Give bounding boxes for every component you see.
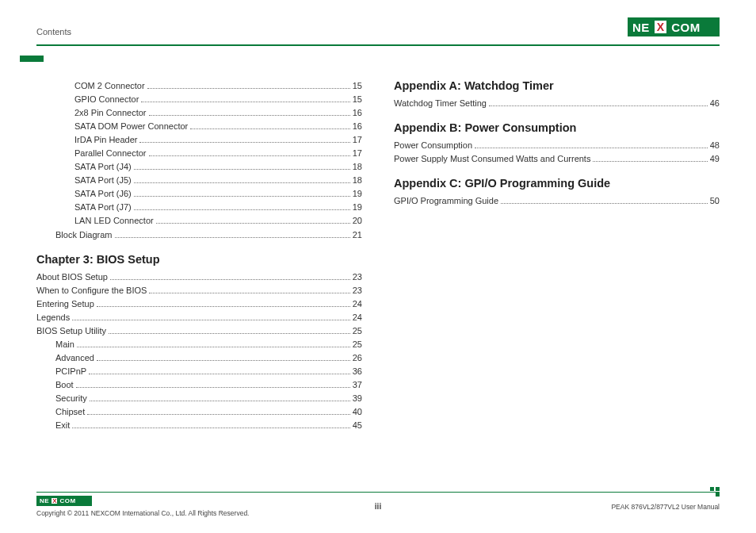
toc-entry-label: GPI/O Programming Guide bbox=[394, 194, 498, 208]
toc-entry-label: About BIOS Setup bbox=[36, 270, 108, 284]
toc-entry-page: 23 bbox=[353, 270, 362, 284]
toc-entry-label: Main bbox=[55, 338, 74, 351]
toc-entry-label: Parallel Connector bbox=[74, 147, 147, 160]
toc-entry-page: 25 bbox=[353, 338, 362, 351]
toc-entry[interactable]: Power Consumption48 bbox=[394, 139, 720, 152]
toc-entry-label: Exit bbox=[55, 419, 70, 432]
toc-entry-page: 23 bbox=[353, 284, 362, 297]
toc-entry-page: 25 bbox=[353, 324, 362, 338]
appendix-title: Appendix B: Power Consumption bbox=[394, 121, 720, 134]
footer-page-number: iii bbox=[375, 502, 381, 511]
toc-leader-dots bbox=[97, 306, 350, 307]
toc-entry-page: 45 bbox=[353, 419, 362, 432]
toc-leader-dots bbox=[141, 102, 349, 102]
toc-leader-dots bbox=[87, 414, 349, 415]
toc-entry-label: LAN LED Connector bbox=[74, 214, 154, 228]
toc-leader-dots bbox=[89, 374, 350, 374]
toc-entry[interactable]: Boot37 bbox=[36, 378, 362, 392]
toc-entry-page: 26 bbox=[353, 351, 362, 365]
toc-entry[interactable]: IrDA Pin Header17 bbox=[36, 133, 362, 147]
toc-leader-dots bbox=[109, 333, 350, 334]
toc-leader-dots bbox=[149, 115, 350, 116]
header-section-label: Contents bbox=[36, 27, 71, 36]
toc-entry-page: 49 bbox=[710, 152, 720, 166]
toc-entry[interactable]: Advanced26 bbox=[36, 351, 362, 365]
toc-leader-dots bbox=[489, 105, 708, 106]
toc-entry[interactable]: 2x8 Pin Connector16 bbox=[36, 106, 362, 120]
toc-entry-label: BIOS Setup Utility bbox=[36, 324, 106, 338]
toc-leader-dots bbox=[90, 401, 350, 401]
toc-entry-label: When to Configure the BIOS bbox=[36, 284, 147, 297]
toc-entry[interactable]: Watchdog Timer Setting46 bbox=[394, 97, 720, 110]
toc-entry-page: 50 bbox=[710, 194, 720, 208]
toc-entry[interactable]: Chipset40 bbox=[36, 405, 362, 419]
toc-entry[interactable]: SATA DOM Power Connector16 bbox=[36, 120, 362, 133]
toc-leader-dots bbox=[134, 169, 350, 170]
toc-entry[interactable]: Security39 bbox=[36, 392, 362, 405]
nexcom-logo-icon: NE X COM bbox=[628, 17, 720, 36]
toc-leader-dots bbox=[593, 161, 707, 162]
toc-entry-page: 18 bbox=[353, 174, 362, 187]
toc-entry-label: SATA Port (J5) bbox=[74, 174, 132, 187]
toc-entry-page: 16 bbox=[353, 106, 362, 120]
footer-rule bbox=[36, 492, 720, 493]
toc-entry-page: 46 bbox=[710, 97, 720, 110]
logo-part-x: X bbox=[655, 21, 666, 33]
toc-entry[interactable]: About BIOS Setup23 bbox=[36, 270, 362, 284]
toc-leader-dots bbox=[139, 142, 349, 143]
toc-entry[interactable]: Main25 bbox=[36, 338, 362, 351]
toc-entry-page: 16 bbox=[353, 120, 362, 133]
toc-leader-dots bbox=[147, 88, 350, 89]
toc-entry-page: 18 bbox=[353, 160, 362, 174]
toc-entry-label: Entering Setup bbox=[36, 297, 94, 311]
toc-entry[interactable]: Entering Setup24 bbox=[36, 297, 362, 311]
toc-entry[interactable]: SATA Port (J6)19 bbox=[36, 187, 362, 201]
toc-entry[interactable]: GPI/O Programming Guide50 bbox=[394, 194, 720, 208]
toc-entry[interactable]: GPIO Connector15 bbox=[36, 93, 362, 106]
toc-leader-dots bbox=[475, 148, 708, 148]
toc-entry-page: 39 bbox=[353, 392, 362, 405]
toc-entry-label: IrDA Pin Header bbox=[74, 133, 137, 147]
toc-leader-dots bbox=[72, 428, 349, 428]
toc-entry[interactable]: Legends24 bbox=[36, 311, 362, 324]
toc-entry[interactable]: Exit45 bbox=[36, 419, 362, 432]
toc-entry-label: Chipset bbox=[55, 405, 85, 419]
toc-leader-dots bbox=[72, 320, 350, 320]
toc-entry-page: 19 bbox=[353, 201, 362, 214]
toc-entry[interactable]: BIOS Setup Utility25 bbox=[36, 324, 362, 338]
logo-part-left: NE bbox=[629, 19, 653, 35]
toc-entry[interactable]: COM 2 Connector15 bbox=[36, 79, 362, 93]
toc-entry-page: 36 bbox=[353, 365, 362, 378]
toc-entry[interactable]: Parallel Connector17 bbox=[36, 147, 362, 160]
toc-entry-label: Block Diagram bbox=[55, 228, 113, 242]
toc-leader-dots bbox=[149, 293, 349, 293]
toc-entry-page: 15 bbox=[353, 93, 362, 106]
toc-entry[interactable]: SATA Port (J4)18 bbox=[36, 160, 362, 174]
chapter-3-title: Chapter 3: BIOS Setup bbox=[36, 253, 362, 266]
header-rule bbox=[36, 44, 720, 49]
toc-entry[interactable]: SATA Port (J5)18 bbox=[36, 174, 362, 187]
toc-entry-page: 21 bbox=[353, 228, 362, 242]
toc-leader-dots bbox=[190, 128, 349, 129]
logo-part-right: COM bbox=[668, 19, 704, 35]
toc-leader-dots bbox=[149, 155, 350, 156]
toc-entry-page: 15 bbox=[353, 79, 362, 93]
toc-entry[interactable]: LAN LED Connector20 bbox=[36, 214, 362, 228]
toc-entry-label: Power Supply Must Consumed Watts and Cur… bbox=[394, 152, 590, 166]
toc-entry[interactable]: Block Diagram21 bbox=[36, 228, 362, 242]
logo-part-left: NE bbox=[38, 497, 51, 504]
toc-leader-dots bbox=[134, 209, 350, 210]
toc-entry-page: 24 bbox=[353, 297, 362, 311]
toc-entry-page: 17 bbox=[353, 133, 362, 147]
toc-entry[interactable]: Power Supply Must Consumed Watts and Cur… bbox=[394, 152, 720, 166]
toc-entry-label: SATA Port (J6) bbox=[74, 187, 132, 201]
toc-entry-label: Power Consumption bbox=[394, 139, 472, 152]
toc-entry-label: Advanced bbox=[55, 351, 94, 365]
toc-entry-label: SATA Port (J4) bbox=[74, 160, 132, 174]
toc-entry-page: 17 bbox=[353, 147, 362, 160]
toc-left-column: COM 2 Connector15GPIO Connector152x8 Pin… bbox=[36, 79, 362, 432]
toc-entry[interactable]: When to Configure the BIOS23 bbox=[36, 284, 362, 297]
toc-entry[interactable]: SATA Port (J7)19 bbox=[36, 201, 362, 214]
toc-entry[interactable]: PCIPnP36 bbox=[36, 365, 362, 378]
toc-leader-dots bbox=[76, 387, 350, 388]
